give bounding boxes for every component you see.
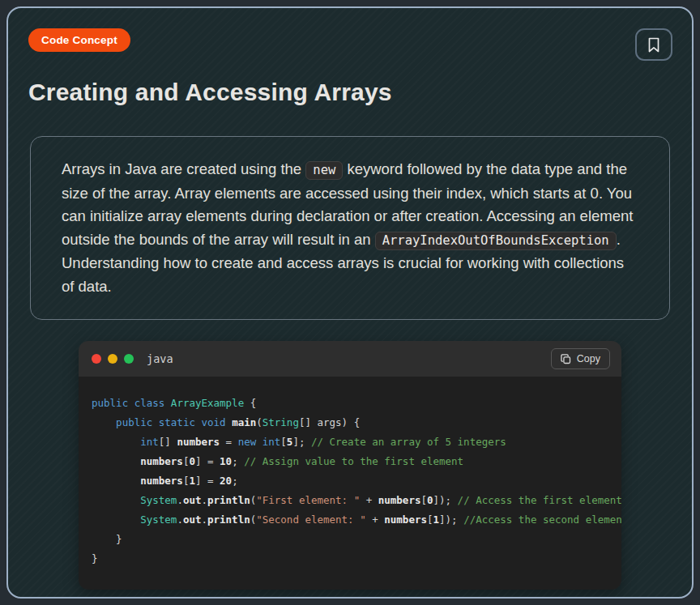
window-dot-yellow — [108, 354, 117, 364]
code-line: public class ArrayExample { — [92, 394, 608, 413]
code-concept-badge: Code Concept — [28, 28, 130, 52]
copy-button[interactable]: Copy — [551, 348, 610, 369]
code-line: int[] numbers = new int[5]; // Create an… — [92, 432, 608, 452]
window-dot-red — [92, 354, 101, 364]
copy-button-label: Copy — [577, 353, 600, 364]
copy-icon — [561, 354, 571, 364]
card-header: Code Concept — [8, 8, 692, 61]
code-line: System.out.println("First element: " + n… — [92, 491, 608, 510]
description-text: Arrays in Java are created using the new… — [62, 160, 633, 295]
window-dot-green — [124, 354, 134, 364]
code-window: java Copy public class ArrayExample { pu… — [79, 341, 621, 590]
inline-code: new — [305, 161, 343, 180]
description-box: Arrays in Java are created using the new… — [30, 136, 670, 320]
concept-card: Code Concept Creating and Accessing Arra… — [6, 6, 694, 599]
bookmark-button[interactable] — [635, 28, 672, 61]
page: Code Concept Creating and Accessing Arra… — [0, 0, 700, 605]
page-title: Creating and Accessing Arrays — [28, 79, 692, 106]
code-language-label: java — [147, 352, 173, 365]
code-line: System.out.println("Second element: " + … — [92, 510, 608, 530]
code-window-header: java Copy — [79, 341, 621, 377]
code-line: numbers[1] = 20; — [92, 471, 608, 491]
code-line: public static void main(String[] args) { — [92, 413, 608, 432]
code-line: } — [92, 549, 608, 569]
code-line: } — [92, 530, 608, 549]
bookmark-icon — [647, 37, 660, 53]
code-line: numbers[0] = 10; // Assign value to the … — [92, 452, 608, 471]
inline-code: ArrayIndexOutOfBoundsException — [375, 232, 617, 250]
window-dots — [92, 354, 134, 364]
code-body: public class ArrayExample { public stati… — [79, 377, 621, 590]
